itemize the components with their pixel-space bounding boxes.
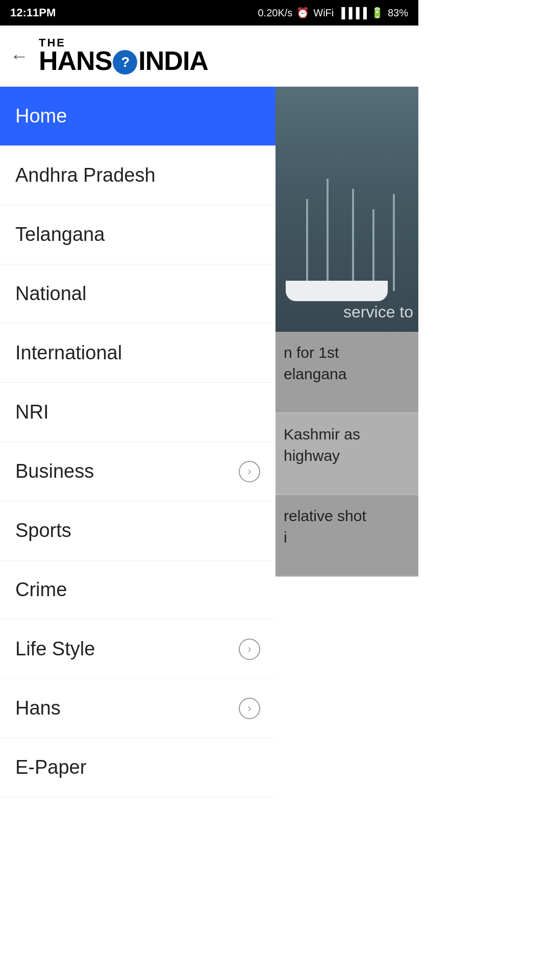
menu-label-andhra-pradesh: Andhra Pradesh (15, 164, 156, 186)
status-bar: 12:11PM 0.20K/s ⏰ WiFi ▐▐▐▐ 🔋 83% (0, 0, 418, 26)
menu-item-crime[interactable]: Crime (0, 560, 276, 620)
mast-1 (306, 199, 308, 291)
battery-icon: 🔋 (371, 7, 384, 19)
menu-label-sports: Sports (15, 520, 71, 542)
alarm-icon: ⏰ (296, 7, 309, 19)
battery-percent: 83% (388, 7, 408, 19)
menu-label-life-style: Life Style (15, 638, 95, 660)
menu-item-sports[interactable]: Sports (0, 501, 276, 560)
featured-image[interactable]: service to (276, 87, 418, 332)
logo-hans-text: HANSINDIA (39, 46, 208, 76)
menu-item-andhra-pradesh[interactable]: Andhra Pradesh (0, 146, 276, 205)
lifestyle-chevron-icon: › (239, 639, 260, 660)
side-menu: Home Andhra Pradesh Telangana National I… (0, 87, 276, 797)
menu-label-hans: Hans (15, 697, 61, 719)
menu-item-telangana[interactable]: Telangana (0, 205, 276, 264)
menu-label-e-paper: E-Paper (15, 756, 86, 778)
back-button[interactable]: ← (10, 45, 29, 67)
mast-5 (393, 194, 395, 291)
mast-2 (327, 179, 329, 291)
mast-3 (352, 189, 354, 291)
menu-label-telangana: Telangana (15, 224, 105, 246)
business-chevron-icon: › (239, 461, 260, 482)
signal-icon: ▐▐▐▐ (338, 7, 367, 19)
news-text-2: Kashmir as highway (284, 424, 410, 467)
boat-hull (286, 281, 388, 301)
menu-item-life-style[interactable]: Life Style › (0, 620, 276, 679)
network-speed: 0.20K/s (258, 7, 292, 19)
menu-item-home[interactable]: Home (0, 87, 276, 146)
menu-item-business[interactable]: Business › (0, 442, 276, 501)
menu-label-crime: Crime (15, 579, 67, 601)
menu-item-international[interactable]: International (0, 324, 276, 383)
hans-chevron-icon: › (239, 698, 260, 719)
wifi-icon: WiFi (313, 7, 334, 19)
menu-item-e-paper[interactable]: E-Paper (0, 738, 276, 797)
boats-scene: service to (276, 87, 418, 332)
news-text-1: n for 1st elangana (284, 342, 410, 385)
menu-label-home: Home (15, 105, 67, 127)
status-icons: 0.20K/s ⏰ WiFi ▐▐▐▐ 🔋 83% (258, 7, 408, 19)
menu-item-hans[interactable]: Hans › (0, 679, 276, 738)
news-item-2[interactable]: Kashmir as highway (276, 413, 418, 495)
menu-label-national: National (15, 283, 86, 305)
news-item-3[interactable]: relative shot i (276, 495, 418, 577)
app-logo: THE HANSINDIA (39, 36, 208, 75)
main-container: Home Andhra Pradesh Telangana National I… (0, 87, 418, 797)
mast-4 (372, 209, 374, 291)
menu-label-business: Business (15, 460, 94, 482)
menu-item-national[interactable]: National (0, 264, 276, 324)
menu-label-nri: NRI (15, 401, 48, 423)
status-time: 12:11PM (10, 6, 56, 19)
right-content-panel: service to n for 1st elangana Kashmir as… (276, 87, 418, 577)
logo-globe-icon (113, 50, 137, 75)
menu-label-international: International (15, 342, 122, 364)
news-item-1[interactable]: n for 1st elangana (276, 332, 418, 413)
menu-item-nri[interactable]: NRI (0, 383, 276, 442)
image-overlay-text: service to (343, 303, 413, 322)
news-text-3: relative shot i (284, 505, 410, 548)
app-header: ← THE HANSINDIA (0, 26, 418, 87)
